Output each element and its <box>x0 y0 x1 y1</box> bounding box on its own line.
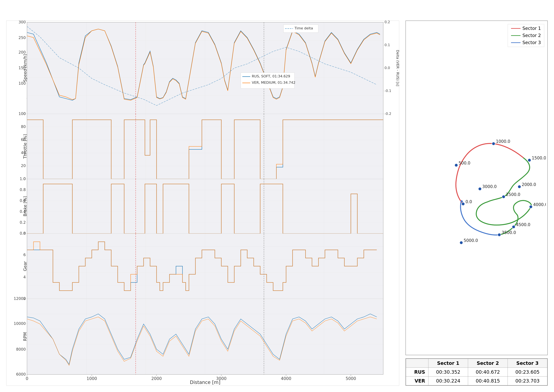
legend-item: Sector 3 <box>511 40 541 45</box>
main-container: Speed [km/h]3002502001501000 RUS, SOFT, … <box>0 0 554 392</box>
svg-text:Time delta: Time delta <box>294 26 313 30</box>
svg-text:1500.0: 1500.0 <box>532 156 546 160</box>
svg-point-184 <box>502 195 505 198</box>
legend-color <box>511 28 520 29</box>
driver-ver: VER <box>406 377 429 385</box>
legend-label: Sector 3 <box>522 40 541 45</box>
svg-text:500.0: 500.0 <box>459 161 470 165</box>
svg-text:8: 8 <box>23 231 26 236</box>
svg-text:0.2: 0.2 <box>20 220 26 225</box>
col-header-s3: Sector 3 <box>508 359 547 368</box>
svg-text:20: 20 <box>21 163 26 168</box>
svg-text:150: 150 <box>19 66 26 70</box>
svg-text:0.2: 0.2 <box>385 21 390 24</box>
legend-item: Sector 1 <box>511 26 541 31</box>
svg-point-178 <box>492 142 495 145</box>
svg-point-190 <box>529 205 532 208</box>
svg-text:Distance [m]: Distance [m] <box>190 379 220 385</box>
sector-table: Sector 1 Sector 2 Sector 3 RUS 00:30.352… <box>406 359 547 385</box>
svg-text:1000: 1000 <box>87 376 97 381</box>
svg-text:Delta (VER - RUS) [s]: Delta (VER - RUS) [s] <box>396 50 399 86</box>
svg-text:RPM: RPM <box>23 332 28 341</box>
svg-text:6000: 6000 <box>16 372 26 377</box>
rus-s3: 00:23.605 <box>508 368 547 377</box>
track-map-svg: 0.0500.01000.01500.02000.02500.03000.035… <box>407 22 546 353</box>
svg-text:VER, MEDIUM, 01:34.742: VER, MEDIUM, 01:34.742 <box>252 81 295 84</box>
sector-table-container: Sector 1 Sector 2 Sector 3 RUS 00:30.352… <box>406 358 548 386</box>
rus-s2: 00:40.672 <box>468 368 508 377</box>
rus-s1: 00:30.352 <box>429 368 468 377</box>
svg-text:0.0: 0.0 <box>465 199 472 204</box>
svg-rect-173 <box>407 22 546 353</box>
sector-legend: Sector 1Sector 2Sector 3 <box>508 24 544 47</box>
svg-text:0.6: 0.6 <box>20 198 26 203</box>
table-row-rus: RUS 00:30.352 00:40.672 00:23.605 <box>406 368 547 377</box>
svg-text:2000.0: 2000.0 <box>522 182 536 187</box>
svg-point-186 <box>478 187 481 190</box>
right-panel: 0.0500.01000.01500.02000.02500.03000.035… <box>406 21 548 386</box>
svg-text:2500.0: 2500.0 <box>506 192 520 197</box>
svg-text:0.8: 0.8 <box>20 188 26 192</box>
ver-s2: 00:40.815 <box>468 377 508 385</box>
svg-text:-0.2: -0.2 <box>385 112 391 116</box>
svg-point-180 <box>528 159 531 162</box>
table-row-ver: VER 00:30.224 00:40.815 00:23.703 <box>406 377 547 385</box>
svg-point-176 <box>455 164 458 167</box>
col-header-driver <box>406 359 429 368</box>
svg-text:4000: 4000 <box>281 376 291 381</box>
svg-text:Gear: Gear <box>23 261 28 271</box>
legend-color <box>511 35 520 36</box>
charts-panel: Speed [km/h]3002502001501000 RUS, SOFT, … <box>6 21 399 386</box>
ver-s3: 00:23.703 <box>508 377 547 385</box>
svg-text:5000: 5000 <box>346 376 356 381</box>
svg-text:12000: 12000 <box>14 296 26 301</box>
svg-text:-0.1: -0.1 <box>385 89 391 93</box>
svg-point-188 <box>498 233 501 236</box>
svg-text:40: 40 <box>21 151 26 155</box>
table-header-row: Sector 1 Sector 2 Sector 3 <box>406 359 547 368</box>
ver-s1: 00:30.224 <box>429 377 468 385</box>
svg-text:0.4: 0.4 <box>20 209 26 214</box>
svg-point-192 <box>512 225 515 229</box>
track-map-container: 0.0500.01000.01500.02000.02500.03000.035… <box>406 21 548 355</box>
svg-text:200: 200 <box>19 50 26 55</box>
svg-text:3000.0: 3000.0 <box>482 184 497 189</box>
svg-text:4: 4 <box>23 275 26 279</box>
svg-text:5000.0: 5000.0 <box>464 238 478 243</box>
svg-text:10000: 10000 <box>14 321 26 326</box>
svg-text:0.1: 0.1 <box>385 43 390 47</box>
svg-point-174 <box>462 203 465 206</box>
legend-color <box>511 42 520 43</box>
main-chart-svg: Speed [km/h]3002502001501000 RUS, SOFT, … <box>7 21 399 385</box>
legend-label: Sector 1 <box>522 26 541 31</box>
svg-text:RUS, SOFT, 01:34.629: RUS, SOFT, 01:34.629 <box>252 74 290 78</box>
svg-text:1.0: 1.0 <box>20 177 26 181</box>
svg-text:8000: 8000 <box>16 347 26 351</box>
svg-text:60: 60 <box>21 137 26 142</box>
svg-text:2000: 2000 <box>151 376 162 381</box>
svg-text:4000.0: 4000.0 <box>533 202 546 207</box>
driver-rus: RUS <box>406 368 429 377</box>
svg-text:100: 100 <box>19 112 26 116</box>
svg-text:3500.0: 3500.0 <box>502 230 516 235</box>
svg-text:0: 0 <box>26 376 28 381</box>
svg-text:6: 6 <box>23 253 26 257</box>
svg-text:4500.0: 4500.0 <box>516 222 530 227</box>
legend-item: Sector 2 <box>511 33 541 38</box>
svg-text:80: 80 <box>21 125 26 129</box>
svg-text:250: 250 <box>19 35 26 40</box>
svg-text:0.0: 0.0 <box>385 66 390 70</box>
col-header-s2: Sector 2 <box>468 359 508 368</box>
legend-label: Sector 2 <box>522 33 541 38</box>
col-header-s1: Sector 1 <box>429 359 468 368</box>
svg-point-194 <box>460 241 463 244</box>
svg-text:1000.0: 1000.0 <box>496 139 510 144</box>
svg-text:100: 100 <box>19 81 26 86</box>
svg-text:300: 300 <box>19 21 26 24</box>
svg-point-182 <box>518 185 521 188</box>
